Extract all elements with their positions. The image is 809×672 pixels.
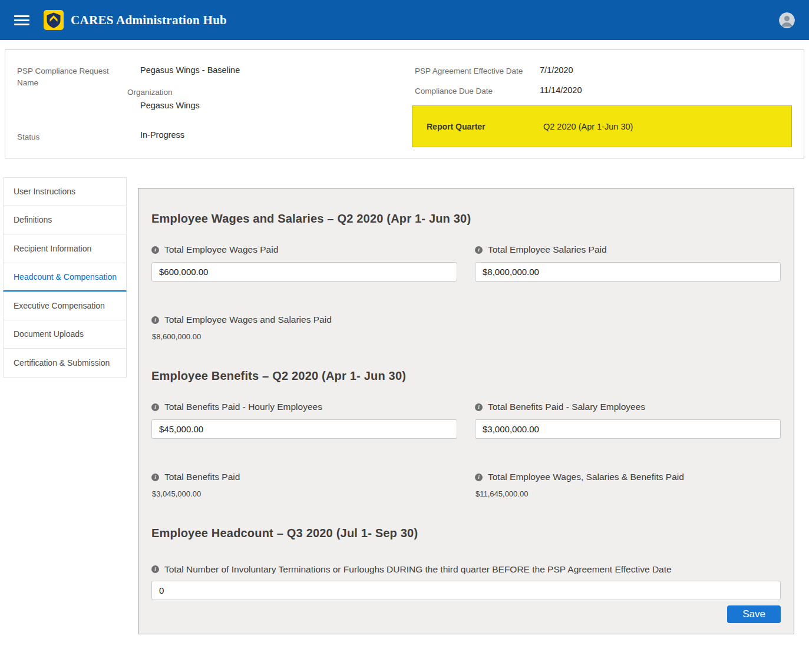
status-label: Status bbox=[17, 130, 140, 143]
info-icon[interactable]: i bbox=[151, 474, 159, 481]
effective-date-value: 7/1/2020 bbox=[540, 65, 573, 75]
section-title-headcount: Employee Headcount – Q3 2020 (Jul 1- Sep… bbox=[151, 527, 781, 540]
user-avatar-icon[interactable] bbox=[779, 12, 795, 28]
content-area: User Instructions Definitions Recipient … bbox=[3, 177, 794, 634]
field-label-text: Total Employee Wages Paid bbox=[164, 244, 278, 255]
sidebar-item-definitions[interactable]: Definitions bbox=[3, 206, 127, 235]
summary-right: PSP Agreement Effective Date 7/1/2020 Co… bbox=[412, 65, 792, 148]
field-involuntary-terminations: i Total Number of Involuntary Terminatio… bbox=[151, 561, 781, 600]
info-icon[interactable]: i bbox=[151, 316, 159, 324]
involuntary-terminations-input[interactable] bbox=[151, 581, 781, 600]
readonly-total-benefits: i Total Benefits Paid $3,045,000.00 bbox=[151, 472, 457, 498]
readonly-value: $8,600,000.00 bbox=[151, 332, 457, 341]
due-date-label: Compliance Due Date bbox=[415, 85, 540, 95]
field-label-text: Total Number of Involuntary Terminations… bbox=[164, 561, 672, 577]
readonly-label-text: Total Employee Wages and Salaries Paid bbox=[164, 315, 332, 325]
section-title-benefits: Employee Benefits – Q2 2020 (Apr 1- Jun … bbox=[151, 369, 781, 383]
sidebar-item-executive-compensation[interactable]: Executive Compensation bbox=[3, 292, 127, 320]
effective-date-label: PSP Agreement Effective Date bbox=[415, 65, 540, 75]
status-value: In-Progress bbox=[140, 130, 184, 143]
section-title-wages: Employee Wages and Salaries – Q2 2020 (A… bbox=[151, 212, 781, 226]
summary-left: PSP Compliance Request Name Pegasus Wing… bbox=[17, 65, 412, 148]
request-name-label: PSP Compliance Request Name bbox=[17, 65, 140, 110]
info-icon[interactable]: i bbox=[151, 403, 159, 411]
summary-card: PSP Compliance Request Name Pegasus Wing… bbox=[5, 49, 804, 158]
info-icon[interactable]: i bbox=[475, 474, 483, 481]
sidebar-item-certification-submission[interactable]: Certification & Submission bbox=[3, 349, 127, 378]
app-title: CARES Administration Hub bbox=[71, 13, 227, 28]
total-employee-salaries-input[interactable] bbox=[475, 262, 781, 282]
info-icon[interactable]: i bbox=[475, 403, 483, 411]
request-name-value: Pegasus Wings - Baseline bbox=[140, 65, 250, 75]
field-benefits-hourly: i Total Benefits Paid - Hourly Employees bbox=[151, 402, 457, 439]
report-quarter-label: Report Quarter bbox=[427, 122, 543, 131]
total-benefits-salary-input[interactable] bbox=[475, 419, 781, 439]
info-icon[interactable]: i bbox=[151, 246, 159, 254]
due-date-value: 11/14/2020 bbox=[540, 85, 582, 95]
field-label-text: Total Benefits Paid - Hourly Employees bbox=[164, 402, 322, 412]
total-benefits-hourly-input[interactable] bbox=[151, 419, 457, 439]
organization-value: Pegasus Wings bbox=[140, 101, 250, 110]
readonly-total-wages-and-salaries: i Total Employee Wages and Salaries Paid… bbox=[151, 315, 457, 341]
field-benefits-salary: i Total Benefits Paid - Salary Employees bbox=[475, 402, 781, 439]
readonly-total-wages-salaries-benefits: i Total Employee Wages, Salaries & Benef… bbox=[475, 472, 781, 498]
menu-icon[interactable] bbox=[14, 15, 29, 25]
save-button[interactable]: Save bbox=[727, 605, 781, 623]
readonly-value: $11,645,000.00 bbox=[475, 489, 781, 498]
field-total-employee-salaries: i Total Employee Salaries Paid bbox=[475, 244, 781, 282]
sidebar-nav: User Instructions Definitions Recipient … bbox=[3, 177, 127, 378]
field-label-text: Total Benefits Paid - Salary Employees bbox=[488, 402, 645, 412]
readonly-value: $3,045,000.00 bbox=[151, 489, 457, 498]
sidebar-item-document-uploads[interactable]: Document Uploads bbox=[3, 320, 127, 349]
sidebar-item-recipient-information[interactable]: Recipient Information bbox=[3, 234, 127, 263]
field-total-employee-wages: i Total Employee Wages Paid bbox=[151, 244, 457, 282]
app-logo-icon bbox=[44, 10, 64, 30]
organization-label: Organization bbox=[127, 87, 250, 98]
report-quarter-value: Q2 2020 (Apr 1-Jun 30) bbox=[543, 122, 633, 131]
report-quarter-highlight: Report Quarter Q2 2020 (Apr 1-Jun 30) bbox=[412, 105, 792, 147]
info-icon[interactable]: i bbox=[475, 246, 483, 254]
info-icon[interactable]: i bbox=[151, 565, 159, 573]
sidebar-item-user-instructions[interactable]: User Instructions bbox=[3, 177, 127, 206]
sidebar-item-headcount-compensation[interactable]: Headcount & Compensation bbox=[3, 263, 127, 292]
form-panel: Employee Wages and Salaries – Q2 2020 (A… bbox=[138, 188, 794, 634]
readonly-label-text: Total Employee Wages, Salaries & Benefit… bbox=[488, 472, 684, 482]
total-employee-wages-input[interactable] bbox=[151, 262, 457, 282]
readonly-label-text: Total Benefits Paid bbox=[164, 472, 240, 482]
field-label-text: Total Employee Salaries Paid bbox=[488, 244, 607, 255]
topbar: CARES Administration Hub bbox=[0, 0, 809, 40]
